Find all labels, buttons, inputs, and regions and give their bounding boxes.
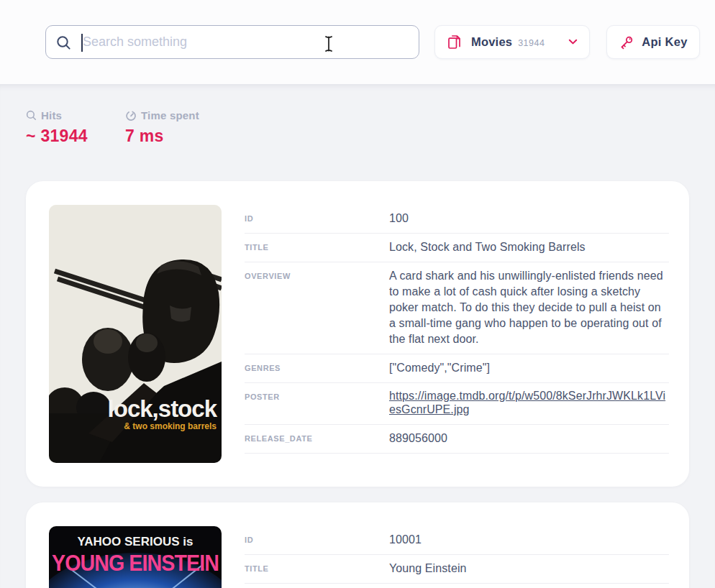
poster-title: YOUNG EINSTEIN	[52, 551, 219, 576]
documents-icon	[446, 34, 463, 50]
movie-poster-image: YAHOO SERIOUS is YOUNG EINSTEIN	[49, 526, 222, 588]
field-value: 100	[389, 211, 669, 226]
field-label: ID	[245, 532, 389, 548]
text-caret	[81, 34, 83, 52]
field-label: RELEASE_DATE	[245, 431, 389, 446]
chevron-down-icon	[568, 39, 578, 45]
field-row-poster: POSTER https://image.tmdb.org/t/p/w500/8…	[245, 383, 669, 425]
search-icon	[26, 110, 37, 121]
field-label: GENRES	[245, 360, 389, 376]
field-value: ["Comedy","Crime"]	[389, 360, 669, 376]
field-value: A card shark and his unwillingly-enliste…	[389, 268, 669, 347]
field-value: 10001	[389, 532, 669, 548]
field-label: TITLE	[245, 561, 389, 576]
field-row-title: TITLE Young Einstein	[245, 555, 669, 584]
field-row-overview: OVERVIEW A card shark and his unwillingl…	[245, 262, 669, 354]
time-spent-value: 7 ms	[125, 127, 199, 146]
stopwatch-icon	[125, 110, 137, 121]
document-fields: ID 10001 TITLE Young Einstein OVERVIEW A…	[245, 526, 669, 588]
hits-stat: Hits ~ 31944	[26, 109, 94, 146]
field-value: 889056000	[389, 431, 669, 446]
document-fields: ID 100 TITLE Lock, Stock and Two Smoking…	[245, 205, 669, 463]
field-label: TITLE	[245, 239, 389, 255]
time-spent-stat: Time spent 7 ms	[125, 109, 199, 146]
top-bar: Movies 31944 Api Key	[0, 0, 715, 84]
field-label: ID	[245, 211, 389, 226]
field-row-release-date: RELEASE_DATE 889056000	[245, 425, 669, 454]
api-key-button[interactable]: Api Key	[606, 25, 700, 59]
result-card: YAHOO SERIOUS is YOUNG EINSTEIN ID 10001…	[26, 502, 689, 588]
field-row-title: TITLE Lock, Stock and Two Smoking Barrel…	[245, 234, 669, 262]
field-row-genres: GENRES ["Comedy","Crime"]	[245, 354, 669, 383]
movie-poster-image: lock,stock & two smoking barrels	[49, 205, 222, 463]
index-doc-count: 31944	[518, 38, 545, 48]
poster-title: lock,stock	[108, 395, 218, 422]
results-list: lock,stock & two smoking barrels ID 100 …	[26, 181, 689, 588]
results-area: Hits ~ 31944 Time spent 7 ms	[0, 84, 715, 588]
field-value: Lock, Stock and Two Smoking Barrels	[389, 239, 669, 255]
search-box	[45, 25, 419, 59]
field-value: Young Einstein	[389, 561, 669, 576]
field-row-id: ID 100	[245, 205, 669, 234]
poster-topline: YAHOO SERIOUS is	[78, 535, 193, 548]
index-selector-button[interactable]: Movies 31944	[434, 25, 590, 59]
poster-subtitle: & two smoking barrels	[124, 421, 217, 431]
key-icon	[619, 35, 634, 50]
hits-value: ~ 31944	[26, 127, 94, 146]
search-icon	[56, 35, 71, 53]
field-value: https://image.tmdb.org/t/p/w500/8kSerJrh…	[389, 389, 669, 418]
field-row-overview: OVERVIEW Albert Einstein is the son of a…	[245, 584, 669, 588]
search-stats: Hits ~ 31944 Time spent 7 ms	[0, 109, 715, 146]
field-label: OVERVIEW	[245, 268, 389, 347]
result-card: lock,stock & two smoking barrels ID 100 …	[26, 181, 689, 487]
search-input[interactable]	[46, 26, 419, 58]
hits-label: Hits	[41, 109, 62, 121]
index-name: Movies	[471, 35, 512, 49]
api-key-label: Api Key	[642, 35, 688, 49]
poster-url-link[interactable]: https://image.tmdb.org/t/p/w500/8kSerJrh…	[389, 389, 669, 416]
time-spent-label: Time spent	[141, 109, 199, 121]
field-label: POSTER	[245, 389, 389, 418]
field-row-id: ID 10001	[245, 526, 669, 555]
